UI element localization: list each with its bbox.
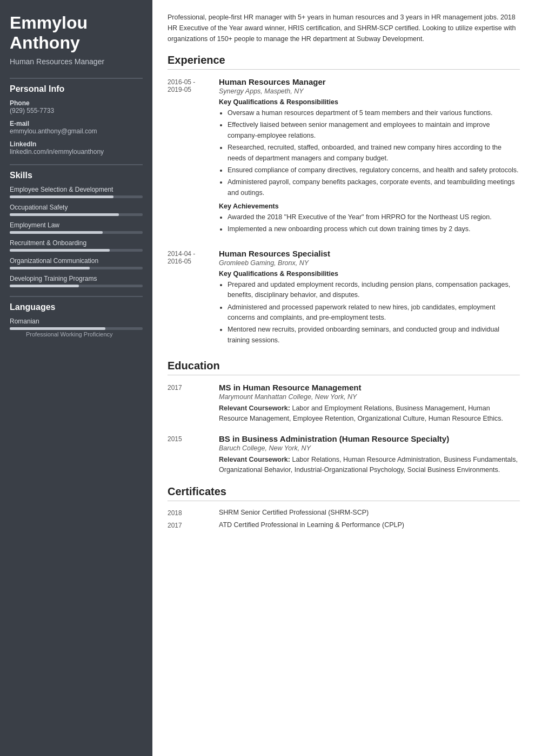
skill-item: Developing Training Programs: [10, 275, 143, 287]
qualification-bullet: Administered and processed paperwork rel…: [228, 302, 520, 323]
skill-bar-bg: [10, 285, 143, 287]
skill-item: Employee Selection & Development: [10, 186, 143, 198]
skill-name: Employment Law: [10, 221, 143, 229]
phone-item: Phone (929) 555-7733: [10, 99, 143, 114]
education-item: 2017 MS in Human Resource Management Mar…: [168, 383, 520, 424]
qualification-bullet: Prepared and updated employment records,…: [228, 280, 520, 301]
skills-heading: Skills: [10, 164, 143, 180]
job-title: Human Resources Specialist: [219, 249, 520, 258]
skill-name: Recruitment & Onboarding: [10, 239, 143, 247]
coursework-text: Relevant Coursework: Labor and Employmen…: [219, 403, 520, 424]
experience-heading: Experience: [168, 54, 520, 70]
qualification-bullet: Researched, recruited, staffed, onboarde…: [228, 143, 520, 164]
skill-bar-bg: [10, 213, 143, 216]
languages-section: Languages Romanian Professional Working …: [10, 296, 143, 338]
certificates-list: 2018 SHRM Senior Certified Professional …: [168, 509, 520, 529]
qualification-bullet: Administered payroll, company benefits p…: [228, 177, 520, 198]
experience-list: 2016-05 -2019-05 Human Resources Manager…: [168, 77, 520, 350]
certificate-year: 2017: [168, 521, 219, 529]
experience-content: Human Resources Specialist Gromleeb Gami…: [219, 249, 520, 350]
skill-bar-fill: [10, 195, 113, 198]
education-year: 2015: [168, 434, 219, 476]
candidate-title: Human Resources Manager: [10, 57, 143, 66]
certificate-item: 2018 SHRM Senior Certified Professional …: [168, 509, 520, 517]
linkedin-label: LinkedIn: [10, 140, 143, 148]
qualification-bullet: Mentored new recruits, provided onboardi…: [228, 325, 520, 346]
achievement-bullet: Awarded the 2018 "HR Executive of the Ye…: [228, 212, 520, 222]
certificate-name: ATD Certified Professional in Learning &…: [219, 521, 404, 529]
skill-bar-fill: [10, 285, 79, 287]
language-bar-fill: [10, 327, 105, 330]
experience-item: 2014-04 -2016-05 Human Resources Special…: [168, 249, 520, 350]
education-content: BS in Business Administration (Human Res…: [219, 434, 520, 476]
email-label: E-mail: [10, 120, 143, 127]
linkedin-item: LinkedIn linkedin.com/in/emmylouanthony: [10, 140, 143, 156]
linkedin-value: linkedin.com/in/emmylouanthony: [10, 148, 143, 156]
company-name: Gromleeb Gaming, Bronx, NY: [219, 259, 520, 267]
experience-row: 2016-05 -2019-05 Human Resources Manager…: [168, 77, 520, 239]
languages-list: Romanian Professional Working Proficienc…: [10, 318, 143, 338]
education-row: 2017 MS in Human Resource Management Mar…: [168, 383, 520, 424]
qualification-bullet: Oversaw a human resources department of …: [228, 108, 520, 118]
skill-bar-bg: [10, 267, 143, 269]
school-name: Marymount Manhattan College, New York, N…: [219, 393, 520, 401]
language-item: Romanian Professional Working Proficienc…: [10, 318, 143, 338]
email-item: E-mail emmylou.anthony@gmail.com: [10, 120, 143, 135]
skill-bar-fill: [10, 213, 119, 216]
qualification-bullet: Effectively liaised between senior manag…: [228, 120, 520, 141]
coursework-text: Relevant Coursework: Labor Relations, Hu…: [219, 455, 520, 476]
company-name: Synergy Apps, Maspeth, NY: [219, 87, 520, 95]
main-content: Professional, people-first HR manager wi…: [152, 0, 535, 756]
experience-content: Human Resources Manager Synergy Apps, Ma…: [219, 77, 520, 239]
language-name: Romanian: [10, 318, 143, 325]
achievements-list: Awarded the 2018 "HR Executive of the Ye…: [219, 212, 520, 235]
skill-bar-bg: [10, 195, 143, 198]
phone-label: Phone: [10, 99, 143, 107]
skill-name: Occupational Safety: [10, 204, 143, 211]
email-value: emmylou.anthony@gmail.com: [10, 127, 143, 135]
skill-bar-fill: [10, 249, 110, 252]
certificates-heading: Certificates: [168, 485, 520, 501]
skill-name: Developing Training Programs: [10, 275, 143, 282]
qualifications-list: Prepared and updated employment records,…: [219, 280, 520, 346]
skill-bar-bg: [10, 231, 143, 234]
degree-title: BS in Business Administration (Human Res…: [219, 434, 520, 443]
achievement-bullet: Implemented a new onboarding process whi…: [228, 224, 520, 234]
experience-date: 2016-05 -2019-05: [168, 77, 219, 239]
education-item: 2015 BS in Business Administration (Huma…: [168, 434, 520, 476]
certificate-item: 2017 ATD Certified Professional in Learn…: [168, 521, 520, 529]
certificate-year: 2018: [168, 509, 219, 517]
skills-section: Skills Employee Selection & Development …: [10, 164, 143, 287]
skill-item: Recruitment & Onboarding: [10, 239, 143, 252]
education-heading: Education: [168, 360, 520, 375]
sidebar: Emmylou Anthony Human Resources Manager …: [0, 0, 152, 756]
job-title: Human Resources Manager: [219, 77, 520, 86]
phone-value: (929) 555-7733: [10, 107, 143, 114]
education-content: MS in Human Resource Management Marymoun…: [219, 383, 520, 424]
certificate-name: SHRM Senior Certified Professional (SHRM…: [219, 509, 369, 517]
skill-bar-bg: [10, 249, 143, 252]
experience-row: 2014-04 -2016-05 Human Resources Special…: [168, 249, 520, 350]
skill-item: Employment Law: [10, 221, 143, 234]
qualification-bullet: Ensured compliance of company directives…: [228, 165, 520, 176]
skill-bar-fill: [10, 267, 90, 269]
school-name: Baruch College, New York, NY: [219, 444, 520, 452]
skill-bar-fill: [10, 231, 103, 234]
skill-item: Occupational Safety: [10, 204, 143, 216]
personal-info-heading: Personal Info: [10, 78, 143, 94]
skill-item: Organizational Communication: [10, 257, 143, 269]
experience-date: 2014-04 -2016-05: [168, 249, 219, 350]
skill-name: Organizational Communication: [10, 257, 143, 265]
qualifications-title: Key Qualifications & Responsibilities: [219, 98, 520, 106]
education-row: 2015 BS in Business Administration (Huma…: [168, 434, 520, 476]
language-bar-bg: [10, 327, 143, 330]
degree-title: MS in Human Resource Management: [219, 383, 520, 392]
education-year: 2017: [168, 383, 219, 424]
education-list: 2017 MS in Human Resource Management Mar…: [168, 383, 520, 476]
summary-text: Professional, people-first HR manager wi…: [168, 12, 520, 44]
language-level: Professional Working Proficiency: [10, 331, 143, 338]
qualifications-title: Key Qualifications & Responsibilities: [219, 270, 520, 278]
qualifications-list: Oversaw a human resources department of …: [219, 108, 520, 198]
languages-heading: Languages: [10, 296, 143, 312]
skill-name: Employee Selection & Development: [10, 186, 143, 193]
